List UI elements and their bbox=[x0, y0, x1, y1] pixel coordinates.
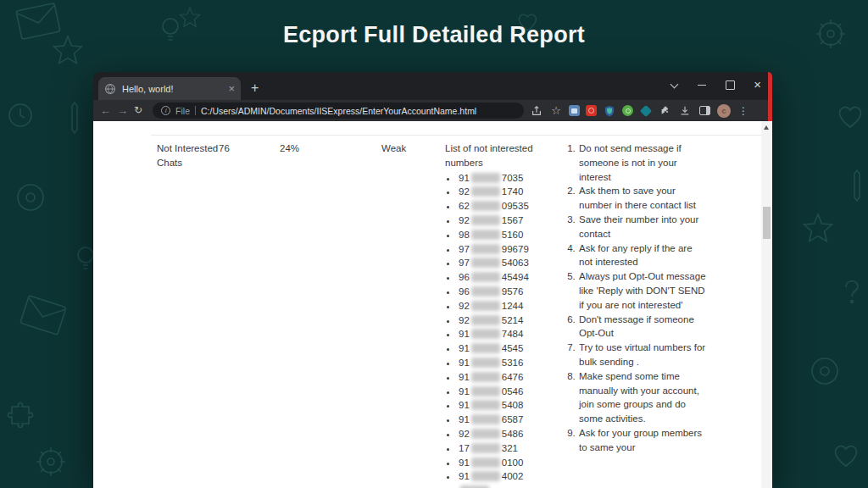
phone-number-item: 17321 bbox=[458, 441, 566, 456]
number-prefix: 96 bbox=[459, 286, 470, 297]
number-suffix: 7035 bbox=[502, 173, 524, 183]
number-suffix: 6587 bbox=[502, 414, 524, 424]
blurred-digits bbox=[471, 258, 500, 268]
blurred-digits bbox=[471, 201, 500, 211]
number-suffix: 321 bbox=[502, 443, 518, 453]
number-prefix: 92 bbox=[459, 301, 470, 311]
phone-number-item: 6209535 bbox=[458, 199, 566, 214]
number-prefix: 91 bbox=[459, 173, 470, 183]
extension-adblock-icon[interactable] bbox=[586, 105, 597, 116]
window-maximize-button[interactable] bbox=[726, 80, 734, 89]
tip-item: Ask for any reply if the are not interes… bbox=[578, 241, 706, 270]
tip-item: Don't message if someone Opt-Out bbox=[578, 313, 706, 341]
extension-gem-icon[interactable] bbox=[639, 104, 653, 118]
extension-capture-icon[interactable] bbox=[569, 105, 580, 116]
downloads-icon[interactable] bbox=[678, 104, 692, 118]
profile-avatar[interactable]: c bbox=[717, 104, 731, 118]
number-prefix: 91 bbox=[459, 458, 470, 468]
number-prefix: 91 bbox=[459, 343, 470, 353]
window-minimize-button[interactable] bbox=[698, 80, 706, 89]
number-prefix: 91 bbox=[459, 329, 470, 339]
phone-number-item: 914545 bbox=[458, 341, 566, 356]
blurred-digits bbox=[471, 329, 500, 339]
number-suffix: 5486 bbox=[502, 429, 524, 439]
blurred-digits bbox=[471, 215, 500, 225]
number-prefix: 98 bbox=[459, 230, 470, 240]
number-prefix: 91 bbox=[459, 414, 470, 424]
phone-number-item: 9799679 bbox=[458, 242, 566, 257]
window-close-button[interactable]: × bbox=[754, 80, 761, 89]
scrollbar-thumb[interactable] bbox=[763, 207, 771, 239]
number-suffix: 0100 bbox=[502, 458, 524, 468]
browser-window: Hello, world! × + × ← → ↻ i File C:/User… bbox=[93, 72, 772, 488]
menu-dots-icon[interactable]: ⋮ bbox=[737, 104, 750, 118]
number-prefix: 17 bbox=[459, 443, 470, 453]
extensions-puzzle-icon[interactable] bbox=[659, 104, 672, 118]
row-numbers-cell: List of not interested numbers 917035 92… bbox=[445, 141, 566, 488]
blurred-digits bbox=[471, 173, 500, 183]
phone-number-item: 910100 bbox=[458, 456, 566, 470]
extension-green-icon[interactable] bbox=[622, 105, 633, 116]
tips-list: Do not send message if someone is not in… bbox=[566, 141, 706, 455]
row-strength-cell: Weak bbox=[381, 141, 445, 488]
scroll-up-arrow[interactable] bbox=[764, 125, 769, 130]
number-prefix: 62 bbox=[459, 201, 470, 211]
row-percent-cell: 24% bbox=[280, 141, 381, 488]
bookmark-star-icon[interactable]: ☆ bbox=[549, 104, 563, 118]
number-suffix: 1244 bbox=[502, 301, 524, 311]
phone-number-item: 9645494 bbox=[458, 270, 566, 285]
number-suffix: 5160 bbox=[502, 230, 524, 240]
url-separator bbox=[195, 106, 196, 115]
phone-number-item bbox=[458, 484, 566, 488]
number-suffix: 45494 bbox=[502, 272, 529, 282]
tip-item: Make spend some time manually with your … bbox=[578, 369, 706, 426]
phone-number-item: 915316 bbox=[458, 356, 566, 370]
share-icon[interactable] bbox=[530, 104, 543, 118]
report-row: Not Interested Chats 76 24% Weak List of… bbox=[157, 141, 706, 488]
number-suffix: 5316 bbox=[502, 358, 524, 368]
not-interested-numbers-list: 917035 921740 6209535 921567 985160 9799… bbox=[445, 171, 566, 488]
page-scrollbar[interactable] bbox=[761, 121, 772, 488]
tip-item: Save their number into your contact bbox=[578, 213, 706, 241]
window-chevron-icon[interactable] bbox=[670, 80, 678, 89]
number-suffix: 4002 bbox=[502, 471, 524, 481]
blurred-digits bbox=[471, 230, 500, 240]
side-panel-icon[interactable] bbox=[698, 104, 711, 118]
row-tips-cell: Do not send message if someone is not in… bbox=[566, 141, 706, 488]
blurred-digits bbox=[471, 286, 500, 297]
number-prefix: 92 bbox=[459, 315, 470, 325]
number-prefix: 92 bbox=[459, 215, 470, 225]
url-text: C:/Users/ADMIN/Documents/IISExpress/Ente… bbox=[201, 106, 476, 116]
new-tab-button[interactable]: + bbox=[251, 81, 259, 95]
number-suffix: 4545 bbox=[502, 343, 524, 353]
url-scheme-label: File bbox=[175, 106, 190, 116]
number-suffix: 54063 bbox=[502, 258, 529, 268]
globe-favicon-icon bbox=[104, 83, 116, 95]
blurred-digits bbox=[471, 315, 500, 325]
phone-number-item: 925486 bbox=[458, 427, 566, 441]
number-prefix: 91 bbox=[459, 372, 470, 382]
number-suffix: 1567 bbox=[502, 215, 524, 225]
reload-button[interactable]: ↻ bbox=[134, 105, 142, 116]
phone-number-item: 915408 bbox=[458, 398, 566, 413]
browser-tab[interactable]: Hello, world! × bbox=[98, 77, 241, 100]
number-suffix: 1740 bbox=[502, 186, 524, 197]
phone-number-item: 969576 bbox=[458, 285, 566, 299]
address-bar[interactable]: i File C:/Users/ADMIN/Documents/IISExpre… bbox=[153, 103, 524, 119]
tip-item: Ask them to save your number in there co… bbox=[578, 184, 706, 213]
red-edge-strip bbox=[768, 72, 772, 121]
tab-close-icon[interactable]: × bbox=[228, 83, 235, 94]
blurred-digits bbox=[471, 414, 500, 424]
extension-shield-icon[interactable] bbox=[603, 104, 616, 118]
tip-item: Do not send message if someone is not in… bbox=[578, 141, 706, 184]
back-button[interactable]: ← bbox=[100, 105, 111, 116]
row-name-cell: Not Interested Chats bbox=[157, 141, 219, 488]
number-suffix: 09535 bbox=[502, 201, 529, 211]
number-suffix: 6476 bbox=[502, 372, 524, 382]
page-info-icon[interactable]: i bbox=[161, 106, 170, 115]
forward-button[interactable]: → bbox=[117, 105, 128, 116]
blurred-digits bbox=[471, 272, 500, 282]
phone-number-item: 925214 bbox=[458, 313, 566, 328]
table-row-divider bbox=[151, 135, 767, 136]
phone-number-item: 917484 bbox=[458, 327, 566, 341]
